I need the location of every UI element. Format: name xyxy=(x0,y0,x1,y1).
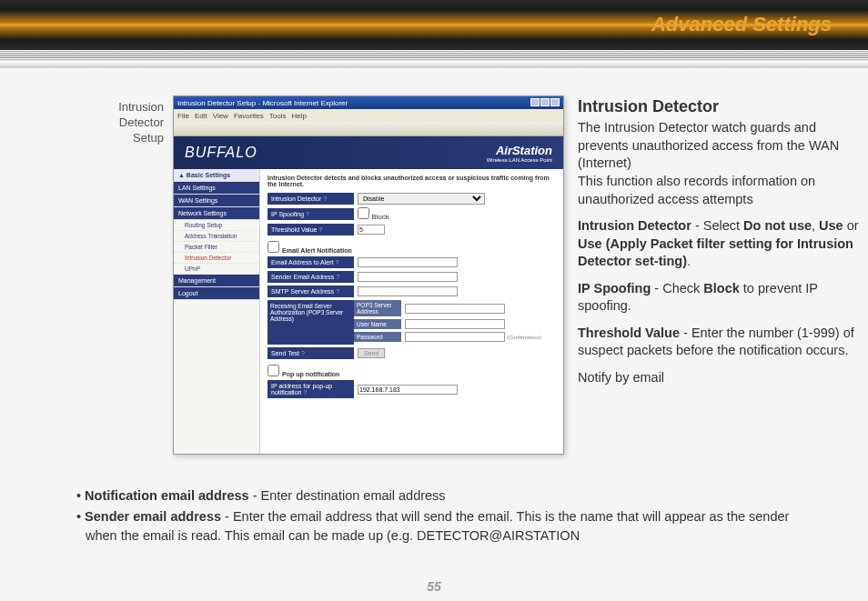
menu-favorites[interactable]: Favorites xyxy=(234,112,264,120)
label-threshold: Threshold Value? xyxy=(267,224,354,235)
input-threshold[interactable] xyxy=(358,225,385,235)
nav-logout[interactable]: Logout xyxy=(174,287,259,300)
window-controls[interactable] xyxy=(530,98,560,108)
label-send-test: Send Test? xyxy=(267,347,354,359)
desc-threshold: Threshold Value - Enter the number (1-99… xyxy=(578,325,860,360)
help-icon[interactable]: ? xyxy=(336,288,339,295)
header-gradient: Advanced Settings xyxy=(0,0,868,50)
row-sender: Sender Email Address? xyxy=(267,271,556,283)
input-pop3[interactable] xyxy=(405,304,505,314)
checkbox-block[interactable] xyxy=(358,207,369,219)
caption-text: Intrusion Detector Setup xyxy=(118,100,164,145)
select-intrusion-detector[interactable]: Disable xyxy=(358,193,485,205)
window-title: Intrusion Detector Setup - Microsoft Int… xyxy=(177,99,348,107)
browser-titlebar: Intrusion Detector Setup - Microsoft Int… xyxy=(174,96,563,109)
help-icon[interactable]: ? xyxy=(336,274,339,280)
button-send[interactable]: Send xyxy=(358,348,385,358)
label-pass: Password xyxy=(354,332,401,342)
label-recv-auth: Receiving Email Server Authorization (PO… xyxy=(267,300,354,345)
input-email-to[interactable] xyxy=(358,257,458,267)
menu-help[interactable]: Help xyxy=(291,112,306,120)
nav-network-settings[interactable]: Network Settings xyxy=(174,207,259,220)
nav-lan-settings[interactable]: LAN Settings xyxy=(174,182,259,195)
help-icon[interactable]: ? xyxy=(303,389,307,396)
logo-airstation-text: AirStation xyxy=(496,144,552,157)
maximize-icon[interactable] xyxy=(540,98,550,106)
nav-upnp[interactable]: UPnP xyxy=(174,264,259,275)
help-icon[interactable]: ? xyxy=(335,259,338,265)
row-popup-ip: IP address for pop-up notification? xyxy=(267,380,556,398)
label-ip-spoofing: IP Spoofing? xyxy=(267,208,354,220)
nav-management[interactable]: Management xyxy=(174,275,259,287)
checkbox-email-alert[interactable] xyxy=(267,241,279,253)
nav-address-translation[interactable]: Address Translation xyxy=(174,231,259,242)
row-smtp: SMTP Server Address? xyxy=(267,285,556,297)
section-popup[interactable]: Pop up notification xyxy=(267,365,556,377)
screenshot: Intrusion Detector Setup - Microsoft Int… xyxy=(173,95,564,455)
close-icon[interactable] xyxy=(550,98,560,106)
minimize-icon[interactable] xyxy=(530,98,540,106)
nav-routing-setup[interactable]: Routing Setup xyxy=(174,220,259,231)
nav-wan-settings[interactable]: WAN Settings xyxy=(174,195,259,207)
page-title: Advanced Settings xyxy=(651,13,832,36)
nav-packet-filter[interactable]: Packet Filter xyxy=(174,242,259,253)
description-column: Intrusion Detector The Intrusion Detecto… xyxy=(578,95,860,396)
section-email-alert[interactable]: Email Alert Notification xyxy=(267,241,556,254)
label-pop3: POP3 Server Address xyxy=(354,300,401,316)
label-intrusion-detector: Intrusion Detector? xyxy=(267,193,354,205)
label-email-to: Email Address to Alert? xyxy=(267,256,354,268)
desc-heading: Intrusion Detector xyxy=(578,95,860,117)
main-panel: Intrusion Detector detects and blocks un… xyxy=(260,169,563,454)
logo-buffalo: BUFFALO xyxy=(185,145,257,161)
label-sender: Sender Email Address? xyxy=(267,271,354,283)
menu-edit[interactable]: Edit xyxy=(195,112,207,120)
browser-toolbar[interactable] xyxy=(174,122,563,136)
row-intrusion-detector: Intrusion Detector? Disable xyxy=(267,193,556,205)
input-popup-ip[interactable] xyxy=(358,385,458,395)
app-header: BUFFALO AirStation Wireless LAN Access P… xyxy=(174,136,563,169)
app-body: ▲ Basic Settings LAN Settings WAN Settin… xyxy=(174,169,563,454)
page-number: 55 xyxy=(0,579,868,594)
nav-intrusion-detector[interactable]: Intrusion Detector xyxy=(174,253,259,264)
row-email-to: Email Address to Alert? xyxy=(267,256,556,268)
bullet-notification-email: • Notification email address - Enter des… xyxy=(73,486,819,506)
menu-view[interactable]: View xyxy=(213,112,228,120)
input-pass[interactable] xyxy=(405,332,505,342)
figure-caption: Intrusion Detector Setup xyxy=(73,100,164,146)
row-threshold: Threshold Value? xyxy=(267,224,556,235)
bottom-bullets: • Notification email address - Enter des… xyxy=(73,486,819,547)
page-content: Intrusion Detector Setup Intrusion Detec… xyxy=(73,95,841,565)
help-icon[interactable]: ? xyxy=(301,350,305,356)
menu-tools[interactable]: Tools xyxy=(269,112,287,120)
label-smtp: SMTP Server Address? xyxy=(267,285,354,297)
desc-intrusion: Intrusion Detector - Select Do not use, … xyxy=(578,217,860,271)
panel-intro: Intrusion Detector detects and blocks un… xyxy=(267,175,556,187)
desc-spoofing: IP Spoofing - Check Block to prevent IP … xyxy=(578,280,860,316)
desc-notify: Notify by email xyxy=(578,369,860,387)
row-send-test: Send Test? Send xyxy=(267,347,556,359)
row-recv-auth: Receiving Email Server Authorization (PO… xyxy=(267,300,556,345)
desc-intro: The Intrusion Detector watch guards and … xyxy=(578,119,860,208)
menu-file[interactable]: File xyxy=(177,112,189,120)
help-icon[interactable]: ? xyxy=(306,211,309,217)
help-icon[interactable]: ? xyxy=(323,195,327,202)
label-confirm: (Confirmation) xyxy=(507,335,541,340)
browser-menubar[interactable]: File Edit View Favorites Tools Help xyxy=(174,109,563,122)
header-lines xyxy=(0,50,868,68)
logo-airstation-sub: Wireless LAN Access Point xyxy=(487,157,552,163)
input-user[interactable] xyxy=(405,319,505,329)
label-popup-ip: IP address for pop-up notification? xyxy=(267,380,354,398)
nav-basic-settings[interactable]: ▲ Basic Settings xyxy=(174,169,259,182)
checkbox-popup[interactable] xyxy=(267,365,279,376)
input-sender[interactable] xyxy=(358,272,458,282)
sidebar: ▲ Basic Settings LAN Settings WAN Settin… xyxy=(174,169,260,454)
page-header: Advanced Settings xyxy=(0,0,868,82)
label-user: User Name xyxy=(354,319,401,329)
row-ip-spoofing: IP Spoofing? Block xyxy=(267,207,556,221)
logo-airstation: AirStation Wireless LAN Access Point xyxy=(487,144,552,163)
help-icon[interactable]: ? xyxy=(318,226,322,233)
input-smtp[interactable] xyxy=(358,286,458,296)
checkbox-block-label[interactable]: Block xyxy=(358,213,389,221)
bullet-sender-email: • Sender email address - Enter the email… xyxy=(73,507,819,546)
